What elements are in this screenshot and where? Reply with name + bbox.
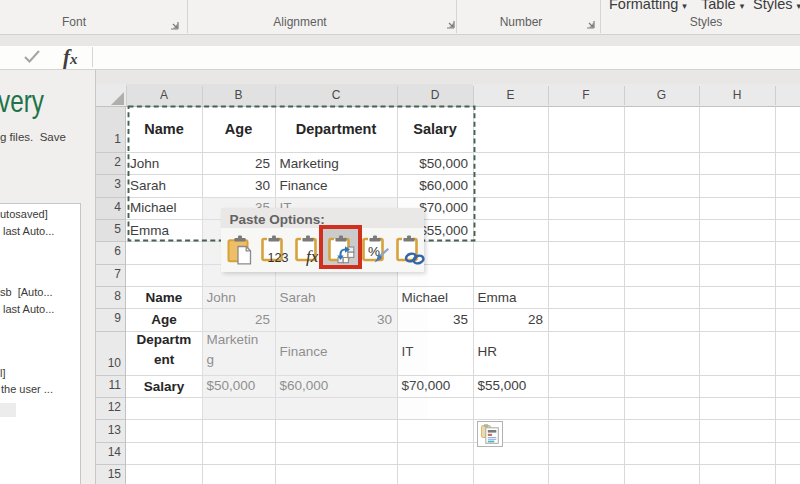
svg-text:fx: fx: [306, 247, 319, 266]
svg-text:123: 123: [268, 251, 289, 265]
